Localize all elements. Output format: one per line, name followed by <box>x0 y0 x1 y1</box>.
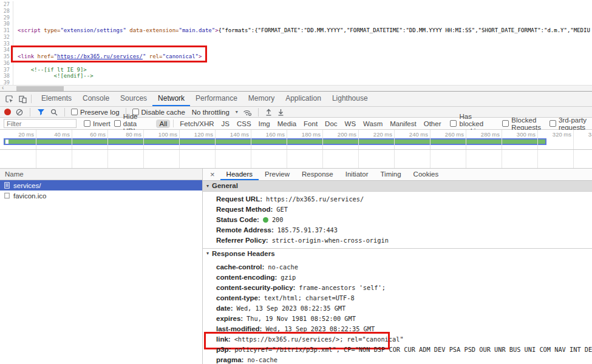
tick-label: 200 ms <box>324 131 356 138</box>
filter-chip-fetch-xhr[interactable]: Fetch/XHR <box>177 120 217 128</box>
tab-elements[interactable]: Elements <box>36 92 77 106</box>
general-section-header[interactable]: ▾ General <box>203 181 592 192</box>
tab-performance[interactable]: Performance <box>190 92 243 106</box>
tab-console[interactable]: Console <box>77 92 115 106</box>
clear-icon[interactable] <box>15 108 24 116</box>
header-field: date:Wed, 13 Sep 2023 08:22:35 GMT <box>203 303 592 313</box>
filter-chip-all[interactable]: All <box>156 120 170 128</box>
filter-chip-img[interactable]: Img <box>256 120 273 128</box>
checkbox-icon[interactable] <box>84 120 90 127</box>
checkbox-icon[interactable] <box>450 120 457 127</box>
network-overview[interactable]: 20 ms40 ms60 ms80 ms100 ms120 ms140 ms16… <box>0 130 592 150</box>
filter-chip-js[interactable]: JS <box>219 120 233 128</box>
header-value: no-cache <box>268 263 298 271</box>
filter-input[interactable] <box>4 119 77 128</box>
details-tab-preview[interactable]: Preview <box>259 169 296 180</box>
header-field: Referrer Policy:strict-origin-when-cross… <box>203 235 592 246</box>
code-line: 29 <box>0 15 592 21</box>
tab-sources[interactable]: Sources <box>115 92 152 106</box>
checkbox-icon[interactable] <box>114 120 121 127</box>
gridline <box>466 130 466 149</box>
gridline <box>251 150 251 168</box>
details-tabs: HeadersPreviewResponseInitiatorTimingCoo… <box>220 169 445 180</box>
device-toolbar-icon[interactable] <box>16 92 29 106</box>
header-field: content-security-policy:frame-ancestors … <box>203 282 592 292</box>
network-conditions-icon[interactable] <box>242 108 252 116</box>
header-value: 185.75.91.37:443 <box>277 226 338 234</box>
header-field: p3p:policyref="/bitrix/p3p.xml", CP="NON… <box>203 344 592 354</box>
request-name: services/ <box>13 182 41 189</box>
request-row[interactable]: services/ <box>0 180 202 190</box>
devtools-panel: ElementsConsoleSourcesNetworkPerformance… <box>0 91 592 364</box>
throttling-select[interactable]: No throttling ▾ <box>192 109 238 116</box>
general-fields: Request URL:https://bx365.ru/services/Re… <box>203 192 592 246</box>
3rd-party-requests-checkbox[interactable]: 3rd-party requests <box>549 116 592 131</box>
checkbox-icon[interactable] <box>71 109 78 115</box>
header-field: Remote Address:185.75.91.37:443 <box>203 225 592 235</box>
filter-funnel-icon[interactable] <box>36 108 46 116</box>
scrollbar-thumb[interactable] <box>16 86 64 91</box>
filter-chip-other[interactable]: Other <box>421 120 444 128</box>
header-name: link: <box>216 335 231 343</box>
filter-chip-manifest[interactable]: Manifest <box>387 120 419 128</box>
close-icon[interactable]: × <box>203 169 220 181</box>
filter-chip-wasm[interactable]: Wasm <box>360 120 386 128</box>
request-row[interactable]: favicon.ico <box>0 190 202 201</box>
header-field: Status Code:200 <box>203 215 592 225</box>
gridline <box>502 150 502 168</box>
search-icon[interactable] <box>50 108 58 116</box>
filter-chip-media[interactable]: Media <box>274 120 299 128</box>
gridline <box>215 150 216 168</box>
export-har-icon[interactable] <box>277 108 285 116</box>
filter-chip-ws[interactable]: WS <box>342 120 359 128</box>
divider <box>64 108 65 116</box>
code-line: 30 <box>0 21 592 27</box>
divider <box>30 108 30 116</box>
import-har-icon[interactable] <box>265 108 273 116</box>
scroll-left-arrow-icon[interactable]: ‹ <box>2 85 4 91</box>
response-headers-section-header[interactable]: ▾ Response Headers <box>203 248 592 258</box>
requests-name-header[interactable]: Name <box>0 169 202 180</box>
tick-label: 260 ms <box>431 131 464 138</box>
details-tab-response[interactable]: Response <box>296 169 339 180</box>
gridline <box>466 150 466 168</box>
header-value: policyref="/bitrix/p3p.xml", CP="NON DSP… <box>234 346 592 353</box>
tab-network[interactable]: Network <box>152 92 190 106</box>
source-horizontal-scrollbar[interactable]: ‹ <box>0 85 592 91</box>
tick-label: 160 ms <box>252 131 285 138</box>
header-name: expires: <box>216 315 243 322</box>
header-name: pragma: <box>216 356 243 363</box>
details-tab-timing[interactable]: Timing <box>374 169 407 180</box>
divider <box>31 95 32 103</box>
checkbox-icon[interactable] <box>502 120 509 127</box>
code-text: <![endif]--> <box>18 73 94 79</box>
gridline <box>72 130 72 149</box>
checkbox-label: 3rd-party requests <box>559 116 592 131</box>
annotation-box-canonical-link <box>11 46 207 62</box>
header-value: no-cache <box>247 356 277 363</box>
details-tab-headers[interactable]: Headers <box>220 169 259 180</box>
blocked-requests-checkbox[interactable]: Blocked Requests <box>502 116 545 131</box>
filter-chip-font[interactable]: Font <box>301 120 321 128</box>
tab-application[interactable]: Application <box>280 92 327 106</box>
filter-chip-css[interactable]: CSS <box>234 120 254 128</box>
collapse-triangle-icon: ▾ <box>206 251 209 256</box>
tab-memory[interactable]: Memory <box>243 92 280 106</box>
inspect-icon[interactable] <box>2 92 16 106</box>
header-name: Remote Address: <box>216 226 274 234</box>
tick-label: 280 ms <box>467 131 500 138</box>
invert-checkbox[interactable]: Invert <box>84 120 111 127</box>
header-name: cache-control: <box>216 263 264 271</box>
tab-lighthouse[interactable]: Lighthouse <box>327 92 373 106</box>
preserve-log-checkbox[interactable]: Preserve log <box>71 109 120 116</box>
filter-chip-doc[interactable]: Doc <box>322 120 340 128</box>
details-tab-initiator[interactable]: Initiator <box>339 169 375 180</box>
header-name: Status Code: <box>216 216 259 223</box>
line-number: 28 <box>0 8 13 15</box>
header-name: content-security-policy: <box>216 284 295 291</box>
checkbox-icon[interactable] <box>549 120 556 127</box>
record-icon[interactable] <box>4 109 11 115</box>
overview-waterfall-bar[interactable] <box>4 138 546 145</box>
gridline <box>322 130 323 149</box>
details-tab-cookies[interactable]: Cookies <box>407 169 445 180</box>
